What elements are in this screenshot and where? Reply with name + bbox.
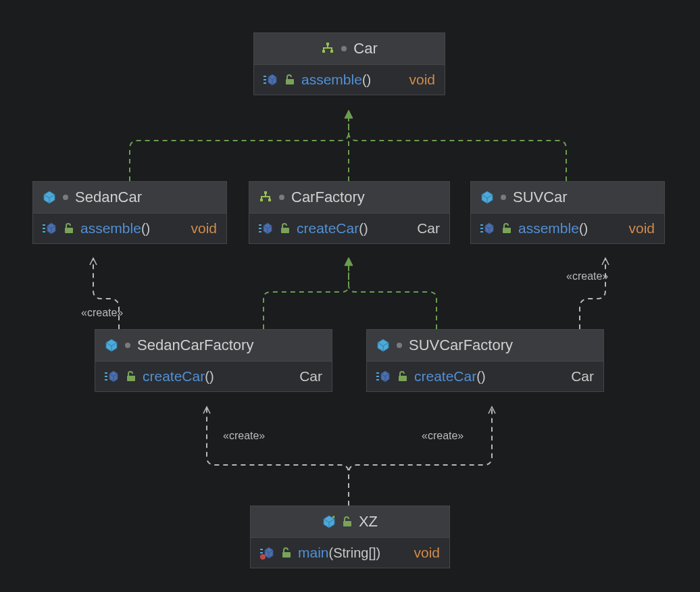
- return-type: void: [409, 72, 435, 88]
- class-body: createCar() Car: [249, 214, 449, 243]
- class-icon: [376, 339, 390, 352]
- class-name: SedanCar: [75, 189, 142, 206]
- edge-suvcar-car: [349, 111, 566, 181]
- unlock-icon: [502, 223, 511, 234]
- stereotype-create-4: «create»: [422, 430, 464, 442]
- method-name: createCar(): [143, 368, 214, 385]
- interface-icon: [321, 42, 334, 55]
- uml-diagram-canvas: «create» «create» «create» «create» Car …: [0, 0, 700, 592]
- edge-sedancar-car: [130, 111, 349, 181]
- method-name: main(String[]): [298, 545, 380, 561]
- class-header: SedanCarFactory: [95, 330, 332, 362]
- unlock-icon: [280, 223, 290, 234]
- class-sedancar[interactable]: SedanCar assemble() void: [32, 181, 227, 244]
- svg-rect-7: [268, 199, 271, 201]
- return-type: Car: [299, 368, 322, 385]
- stereotype-create-3: «create»: [223, 430, 265, 442]
- method-icon: [43, 222, 57, 235]
- class-icon: [105, 339, 118, 352]
- svg-rect-6: [260, 199, 263, 201]
- class-icon: [322, 515, 336, 528]
- return-type: void: [628, 220, 655, 237]
- interface-icon: [259, 191, 272, 204]
- method-name: createCar(): [297, 220, 368, 237]
- method-row[interactable]: createCar() Car: [367, 362, 603, 391]
- method-row[interactable]: assemble() void: [33, 214, 226, 243]
- class-body: createCar() Car: [367, 362, 603, 391]
- visibility-dot: [279, 195, 284, 200]
- class-icon: [43, 191, 56, 204]
- svg-rect-4: [65, 228, 73, 233]
- svg-rect-0: [326, 43, 329, 45]
- method-row[interactable]: main(String[]) void: [251, 538, 449, 568]
- svg-rect-10: [127, 376, 135, 381]
- svg-rect-1: [322, 50, 325, 53]
- unlock-icon: [126, 371, 136, 382]
- svg-rect-14: [282, 552, 291, 558]
- svg-point-13: [260, 554, 266, 560]
- class-name: Car: [353, 40, 377, 57]
- class-body: main(String[]) void: [251, 538, 449, 568]
- stereotype-create-1: «create»: [81, 307, 123, 319]
- class-carfactory[interactable]: CarFactory createCar() Car: [249, 181, 450, 244]
- unlock-icon: [343, 516, 352, 527]
- class-header: XZ: [251, 506, 449, 538]
- method-name: assemble(): [518, 220, 588, 237]
- method-icon: [259, 222, 274, 235]
- unlock-icon: [285, 74, 295, 85]
- class-name: SedanCarFactory: [137, 337, 253, 354]
- method-static-icon: [260, 546, 275, 560]
- class-body: assemble() void: [471, 214, 664, 243]
- method-row[interactable]: createCar() Car: [249, 214, 449, 243]
- class-name: SUVCar: [513, 189, 568, 206]
- method-icon: [264, 74, 278, 86]
- class-header: SUVCarFactory: [367, 330, 603, 362]
- unlock-icon: [64, 223, 74, 234]
- visibility-dot: [397, 343, 402, 348]
- svg-rect-5: [264, 191, 267, 194]
- return-type: Car: [571, 368, 594, 385]
- class-icon: [480, 191, 494, 204]
- class-header: SedanCar: [33, 182, 226, 214]
- class-body: assemble() void: [254, 65, 445, 95]
- method-name: assemble(): [301, 72, 371, 88]
- return-type: void: [414, 545, 440, 561]
- class-body: assemble() void: [33, 214, 226, 243]
- method-row[interactable]: assemble() void: [254, 65, 445, 95]
- class-name: SUVCarFactory: [409, 337, 513, 354]
- class-car[interactable]: Car assemble() void: [253, 32, 445, 95]
- class-name: CarFactory: [291, 189, 365, 206]
- svg-rect-11: [399, 376, 407, 381]
- method-icon: [480, 222, 495, 235]
- svg-rect-2: [330, 50, 333, 53]
- class-sedancarfactory[interactable]: SedanCarFactory createCar() Car: [95, 329, 332, 392]
- class-xz[interactable]: XZ main(String[]) void: [250, 505, 450, 568]
- method-row[interactable]: createCar() Car: [95, 362, 332, 391]
- class-suvcarfactory[interactable]: SUVCarFactory createCar() Car: [366, 329, 604, 392]
- class-body: createCar() Car: [95, 362, 332, 391]
- unlock-icon: [282, 547, 291, 558]
- method-icon: [105, 370, 120, 383]
- edge-suvcarfactory-suvcar: [580, 258, 605, 329]
- unlock-icon: [398, 371, 407, 382]
- svg-rect-12: [343, 521, 351, 526]
- edge-xz-sedancarfactory: [207, 407, 349, 505]
- class-name: XZ: [359, 513, 378, 531]
- method-row[interactable]: assemble() void: [471, 214, 664, 243]
- visibility-dot: [125, 343, 130, 348]
- svg-rect-8: [281, 228, 289, 233]
- edge-sedancarfactory-carfactory: [264, 258, 349, 329]
- class-header: CarFactory: [249, 182, 449, 214]
- visibility-dot: [63, 195, 68, 200]
- class-header: Car: [254, 33, 445, 65]
- method-name: assemble(): [80, 220, 150, 237]
- svg-rect-3: [286, 79, 294, 84]
- visibility-dot: [501, 195, 506, 200]
- edge-suvcarfactory-carfactory: [349, 258, 436, 329]
- edge-xz-suvcarfactory: [349, 407, 492, 505]
- class-header: SUVCar: [471, 182, 664, 214]
- return-type: void: [191, 220, 217, 237]
- visibility-dot: [341, 46, 347, 51]
- stereotype-create-2: «create»: [566, 270, 608, 282]
- class-suvcar[interactable]: SUVCar assemble() void: [470, 181, 665, 244]
